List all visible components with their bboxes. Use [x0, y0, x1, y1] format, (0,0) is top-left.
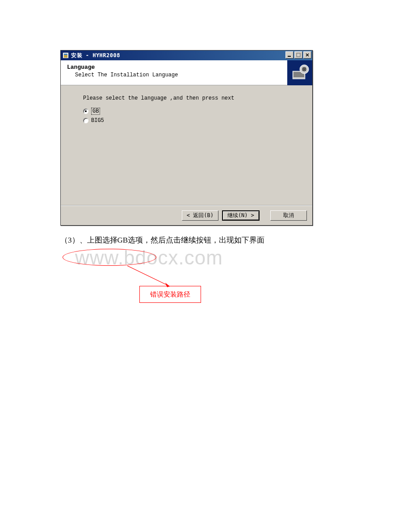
annotation-label: 错误安装路径 [150, 290, 190, 299]
radio-option-gb[interactable]: GB [83, 108, 290, 115]
window-controls [285, 51, 311, 59]
window-title: 安装 - HYHR2008 [71, 52, 120, 59]
wizard-header: Language Select The Installation Languag… [61, 60, 312, 85]
cancel-button[interactable]: 取消 [270, 210, 307, 221]
annotation-ellipse [63, 249, 156, 266]
header-title: Language [67, 64, 306, 71]
back-button[interactable]: < 返回(B) [182, 210, 218, 221]
radio-dot-icon [83, 118, 88, 123]
wizard-content: Please select the language ,and then pre… [61, 85, 312, 136]
svg-rect-4 [297, 53, 300, 57]
header-subtitle: Select The Installation Language [75, 72, 306, 78]
svg-line-9 [127, 266, 170, 286]
step-caption: （3）、上图选择GB选项，然后点击继续按钮，出现如下界面 [60, 235, 264, 245]
installer-icon [287, 60, 312, 85]
maximize-button[interactable] [294, 51, 302, 59]
instruction-text: Please select the language ,and then pre… [83, 95, 290, 101]
radio-label: BIG5 [91, 117, 104, 124]
app-icon [62, 52, 69, 59]
next-button[interactable]: 继续(N) > [222, 210, 260, 221]
titlebar[interactable]: 安装 - HYHR2008 [61, 50, 312, 60]
installer-dialog: 安装 - HYHR2008 Language Select The Instal… [60, 50, 313, 226]
minimize-button[interactable] [285, 51, 294, 59]
svg-rect-1 [64, 55, 67, 58]
svg-rect-2 [64, 54, 67, 55]
wizard-footer: < 返回(B) 继续(N) > 取消 [61, 205, 312, 225]
close-button[interactable] [303, 51, 311, 59]
annotation-box: 错误安装路径 [139, 286, 201, 303]
radio-dot-icon [83, 109, 88, 114]
radio-option-big5[interactable]: BIG5 [83, 117, 290, 124]
radio-label: GB [91, 108, 100, 115]
svg-rect-3 [288, 56, 291, 57]
